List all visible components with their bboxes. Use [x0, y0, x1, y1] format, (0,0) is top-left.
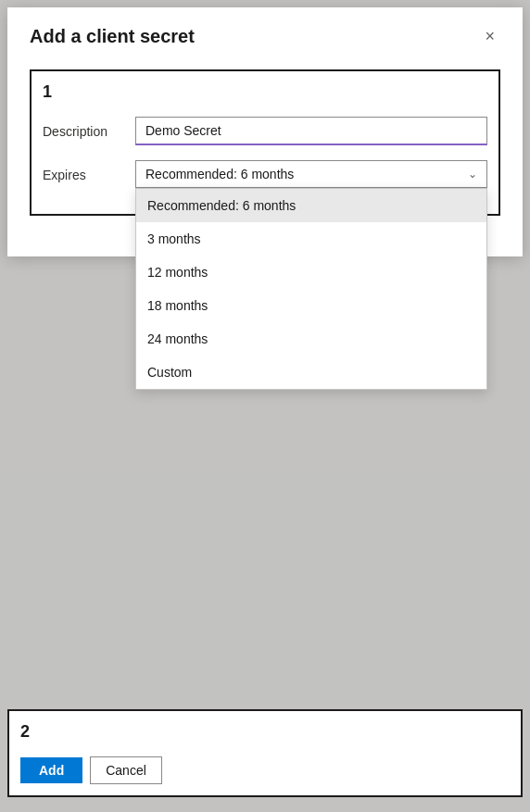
expires-dropdown-list: Recommended: 6 months 3 months 12 months…: [135, 188, 487, 390]
dialog-title: Add a client secret: [30, 26, 195, 47]
dropdown-option-18months[interactable]: 18 months: [136, 289, 486, 322]
description-field: [135, 117, 487, 145]
close-button[interactable]: ×: [479, 26, 500, 46]
dropdown-option-24months[interactable]: 24 months: [136, 322, 486, 356]
step2-wrapper: 2 Add Cancel: [7, 709, 523, 797]
description-input[interactable]: [135, 117, 487, 145]
dropdown-option-custom[interactable]: Custom: [136, 356, 486, 389]
dialog: Add a client secret × 1 Description Expi…: [7, 7, 523, 256]
description-row: Description: [43, 117, 487, 145]
expires-label: Expires: [43, 160, 135, 182]
add-button[interactable]: Add: [20, 757, 82, 783]
expires-row: Expires Recommended: 6 months ⌄ Recommen…: [43, 160, 487, 188]
dropdown-option-3months[interactable]: 3 months: [136, 222, 486, 256]
expires-dropdown-wrapper: Recommended: 6 months ⌄ Recommended: 6 m…: [135, 160, 487, 188]
dropdown-option-12months[interactable]: 12 months: [136, 256, 486, 289]
chevron-down-icon: ⌄: [468, 168, 477, 181]
dialog-header: Add a client secret ×: [30, 26, 500, 47]
step2-actions: Add Cancel: [20, 756, 510, 784]
expires-dropdown-trigger[interactable]: Recommended: 6 months ⌄: [135, 160, 487, 188]
step1-number: 1: [43, 82, 487, 102]
step1-wrapper: 1 Description Expires Recommended: 6 mon…: [30, 69, 500, 216]
cancel-button[interactable]: Cancel: [90, 756, 162, 784]
expires-selected-value: Recommended: 6 months: [145, 167, 294, 181]
step2-number: 2: [20, 722, 510, 742]
description-label: Description: [43, 117, 135, 139]
dropdown-option-recommended-6months[interactable]: Recommended: 6 months: [136, 189, 486, 222]
